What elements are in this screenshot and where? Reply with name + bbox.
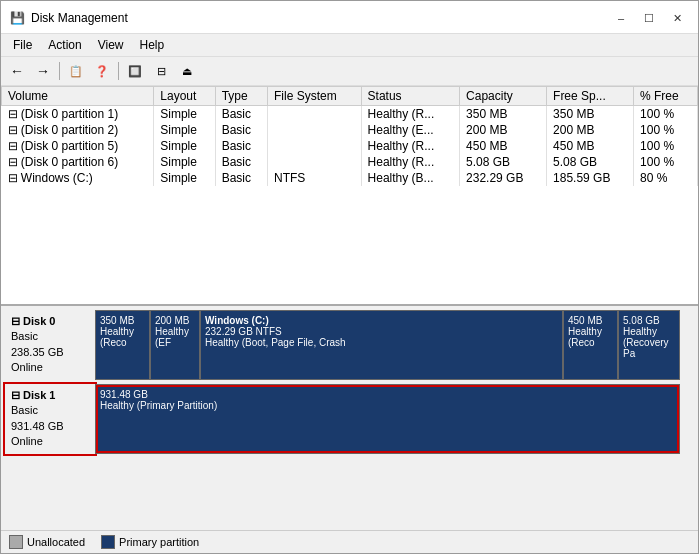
table-cell: 232.29 GB — [460, 170, 547, 186]
table-cell: 5.08 GB — [460, 154, 547, 170]
table-cell: Basic — [215, 138, 267, 154]
table-row[interactable]: ⊟ (Disk 0 partition 2)SimpleBasicHealthy… — [2, 122, 698, 138]
window-title: Disk Management — [31, 11, 608, 25]
col-pct[interactable]: % Free — [634, 87, 698, 106]
col-free[interactable]: Free Sp... — [547, 87, 634, 106]
table-row[interactable]: ⊟ (Disk 0 partition 6)SimpleBasicHealthy… — [2, 154, 698, 170]
table-cell: Simple — [154, 122, 215, 138]
toolbar-separator-1 — [59, 62, 60, 80]
table-cell: 200 MB — [547, 122, 634, 138]
title-bar: 💾 Disk Management – ☐ ✕ — [1, 1, 698, 34]
disk0-partitions: 350 MB Healthy (Reco 200 MB Healthy (EF … — [95, 310, 680, 380]
close-button[interactable]: ✕ — [664, 9, 690, 27]
table-cell: Simple — [154, 138, 215, 154]
table-body: ⊟ (Disk 0 partition 1)SimpleBasicHealthy… — [2, 106, 698, 187]
menu-action[interactable]: Action — [40, 36, 89, 54]
table-cell: 100 % — [634, 154, 698, 170]
table-cell: Healthy (B... — [361, 170, 460, 186]
main-content: Volume Layout Type File System Status Ca… — [1, 86, 698, 553]
table-header-row: Volume Layout Type File System Status Ca… — [2, 87, 698, 106]
menu-view[interactable]: View — [90, 36, 132, 54]
minimize-button[interactable]: – — [608, 9, 634, 27]
window-controls: – ☐ ✕ — [608, 9, 690, 27]
disk-management-window: 💾 Disk Management – ☐ ✕ File Action View… — [0, 0, 699, 554]
table-cell: Simple — [154, 170, 215, 186]
disk0-label: ⊟ Disk 0 Basic 238.35 GB Online — [5, 310, 95, 380]
table-cell: 100 % — [634, 138, 698, 154]
menu-file[interactable]: File — [5, 36, 40, 54]
legend-unallocated-label: Unallocated — [27, 536, 85, 548]
table-cell — [268, 154, 362, 170]
back-button[interactable]: ← — [5, 60, 29, 82]
table-cell: Healthy (R... — [361, 106, 460, 123]
table-cell: ⊟ (Disk 0 partition 1) — [2, 106, 154, 123]
table-cell: Basic — [215, 154, 267, 170]
table-cell: Basic — [215, 122, 267, 138]
table-cell: Simple — [154, 106, 215, 123]
table-cell: 450 MB — [460, 138, 547, 154]
disk-button[interactable]: ⊟ — [149, 60, 173, 82]
table-cell: Healthy (R... — [361, 154, 460, 170]
table-cell: Simple — [154, 154, 215, 170]
table-cell: 350 MB — [460, 106, 547, 123]
menu-help[interactable]: Help — [132, 36, 173, 54]
maximize-button[interactable]: ☐ — [636, 9, 662, 27]
forward-button[interactable]: → — [31, 60, 55, 82]
col-layout[interactable]: Layout — [154, 87, 215, 106]
disk0-row: ⊟ Disk 0 Basic 238.35 GB Online 350 MB H… — [5, 310, 694, 380]
disk1-partitions: 931.48 GB Healthy (Primary Partition) — [95, 384, 680, 454]
table-cell: NTFS — [268, 170, 362, 186]
table-cell: ⊟ (Disk 0 partition 6) — [2, 154, 154, 170]
legend: Unallocated Primary partition — [1, 530, 698, 553]
col-status[interactable]: Status — [361, 87, 460, 106]
legend-primary-box — [101, 535, 115, 549]
table-cell: 100 % — [634, 122, 698, 138]
disk-area[interactable]: ⊟ Disk 0 Basic 238.35 GB Online 350 MB H… — [1, 306, 698, 530]
disk1-partition1[interactable]: 931.48 GB Healthy (Primary Partition) — [96, 385, 679, 453]
table-cell: ⊟ Windows (C:) — [2, 170, 154, 186]
disk1-row: ⊟ Disk 1 Basic 931.48 GB Online 931.48 G… — [5, 384, 694, 454]
disk0-scrollbar-placeholder — [680, 310, 694, 380]
table-cell: 350 MB — [547, 106, 634, 123]
legend-primary-label: Primary partition — [119, 536, 199, 548]
table-cell — [268, 138, 362, 154]
disk1-scrollbar-placeholder — [680, 384, 694, 454]
table-cell: Healthy (R... — [361, 138, 460, 154]
table-cell: 185.59 GB — [547, 170, 634, 186]
table-row[interactable]: ⊟ (Disk 0 partition 1)SimpleBasicHealthy… — [2, 106, 698, 123]
app-icon: 💾 — [9, 10, 25, 26]
toolbar: ← → 📋 ❓ 🔲 ⊟ ⏏ — [1, 57, 698, 86]
table-cell: Basic — [215, 106, 267, 123]
legend-unallocated: Unallocated — [9, 535, 85, 549]
help-button[interactable]: ❓ — [90, 60, 114, 82]
disk0-partition5[interactable]: 5.08 GB Healthy (Recovery Pa — [619, 311, 679, 379]
table-cell: 450 MB — [547, 138, 634, 154]
properties-button[interactable]: 📋 — [64, 60, 88, 82]
table-cell: ⊟ (Disk 0 partition 5) — [2, 138, 154, 154]
col-volume[interactable]: Volume — [2, 87, 154, 106]
table-cell: 80 % — [634, 170, 698, 186]
volume-table: Volume Layout Type File System Status Ca… — [1, 86, 698, 186]
volume-table-area[interactable]: Volume Layout Type File System Status Ca… — [1, 86, 698, 306]
disk0-partition4[interactable]: 450 MB Healthy (Reco — [564, 311, 619, 379]
rescan-button[interactable]: 🔲 — [123, 60, 147, 82]
legend-primary: Primary partition — [101, 535, 199, 549]
table-row[interactable]: ⊟ (Disk 0 partition 5)SimpleBasicHealthy… — [2, 138, 698, 154]
toolbar-separator-2 — [118, 62, 119, 80]
table-row[interactable]: ⊟ Windows (C:)SimpleBasicNTFSHealthy (B.… — [2, 170, 698, 186]
eject-button[interactable]: ⏏ — [175, 60, 199, 82]
legend-unallocated-box — [9, 535, 23, 549]
disk0-partition1[interactable]: 350 MB Healthy (Reco — [96, 311, 151, 379]
table-cell — [268, 122, 362, 138]
table-cell — [268, 106, 362, 123]
col-type[interactable]: Type — [215, 87, 267, 106]
table-cell: Basic — [215, 170, 267, 186]
disk0-partition2[interactable]: 200 MB Healthy (EF — [151, 311, 201, 379]
col-capacity[interactable]: Capacity — [460, 87, 547, 106]
disk1-label: ⊟ Disk 1 Basic 931.48 GB Online — [5, 384, 95, 454]
table-cell: ⊟ (Disk 0 partition 2) — [2, 122, 154, 138]
col-filesystem[interactable]: File System — [268, 87, 362, 106]
table-cell: Healthy (E... — [361, 122, 460, 138]
table-cell: 200 MB — [460, 122, 547, 138]
disk0-partition3-windows[interactable]: Windows (C:) 232.29 GB NTFS Healthy (Boo… — [201, 311, 564, 379]
